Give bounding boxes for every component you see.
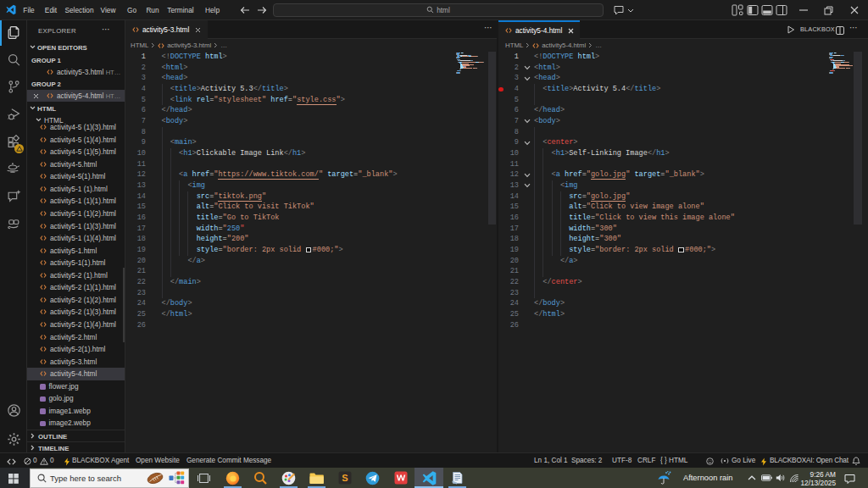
svg-text:S: S — [342, 473, 348, 483]
